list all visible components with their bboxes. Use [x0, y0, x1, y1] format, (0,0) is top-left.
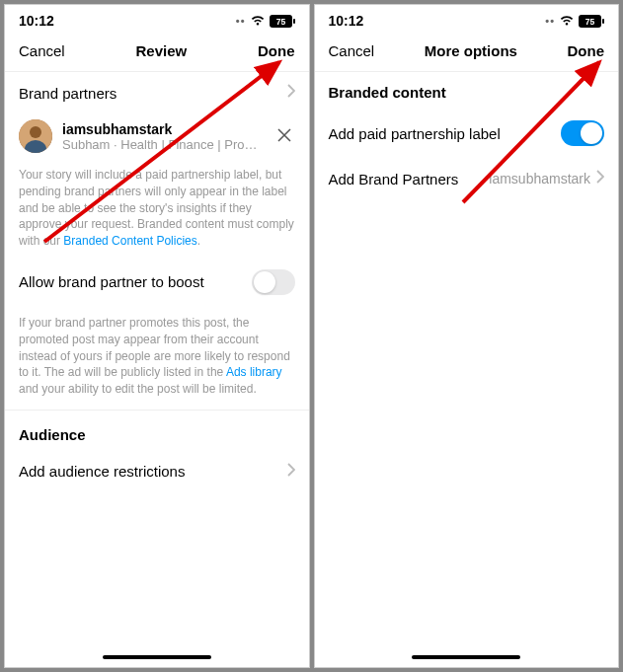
audience-restrictions-row[interactable]: Add audience restrictions [5, 451, 309, 492]
phone-left: 10:12 •• 75 Cancel Review Done Brand par… [4, 4, 310, 668]
nav-bar: Cancel Review Done [5, 33, 309, 72]
page-title: Review [136, 42, 188, 59]
partner-username: iamsubhamstark [62, 121, 264, 137]
audience-header: Audience [5, 411, 309, 451]
chevron-right-icon [287, 463, 295, 481]
cellular-icon: •• [545, 15, 555, 27]
chevron-right-icon [596, 170, 604, 187]
paid-partnership-label: Add paid partnership label [329, 125, 501, 142]
page-title: More options [425, 42, 517, 59]
cancel-button[interactable]: Cancel [19, 42, 65, 59]
chevron-right-icon [287, 84, 295, 102]
remove-partner-button[interactable] [273, 122, 295, 151]
status-bar: 10:12 •• 75 [315, 5, 619, 33]
brand-partners-row[interactable]: Brand partners [5, 72, 309, 113]
partner-subtitle: Subham · Health | Finance | Productivity… [62, 137, 264, 152]
done-button[interactable]: Done [568, 42, 605, 59]
home-indicator[interactable] [412, 655, 520, 659]
boost-description: If your brand partner promotes this post… [5, 307, 309, 406]
cellular-icon: •• [236, 15, 246, 27]
phone-right: 10:12 •• 75 Cancel More options Done Bra… [314, 4, 620, 668]
svg-point-4 [30, 126, 41, 138]
battery-icon: 75 [579, 15, 604, 28]
nav-bar: Cancel More options Done [315, 33, 619, 72]
branded-content-policies-link[interactable]: Branded Content Policies [63, 234, 196, 248]
cancel-button[interactable]: Cancel [329, 42, 375, 59]
paid-partnership-toggle[interactable] [561, 120, 604, 146]
allow-boost-label: Allow brand partner to boost [19, 273, 204, 290]
svg-rect-8 [602, 19, 604, 24]
svg-text:75: 75 [275, 16, 285, 26]
add-brand-partners-row[interactable]: Add Brand Partners iamsubhamstark [315, 158, 619, 199]
status-time: 10:12 [329, 13, 364, 29]
paid-partnership-row: Add paid partnership label [315, 109, 619, 158]
done-button[interactable]: Done [258, 42, 295, 59]
status-bar: 10:12 •• 75 [5, 5, 309, 33]
allow-boost-row: Allow brand partner to boost [5, 258, 309, 307]
partner-item: iamsubhamstark Subham · Health | Finance… [5, 113, 309, 159]
brand-partners-label: Brand partners [19, 85, 117, 102]
audience-restrictions-label: Add audience restrictions [19, 463, 185, 480]
avatar [19, 119, 52, 153]
wifi-icon [559, 15, 575, 27]
content-area: Branded content Add paid partnership lab… [315, 72, 619, 649]
ads-library-link[interactable]: Ads library [226, 365, 282, 379]
branded-content-header: Branded content [315, 72, 619, 109]
svg-text:75: 75 [585, 16, 595, 26]
wifi-icon [250, 15, 266, 27]
content-area: Brand partners iamsubhamstark Subham · H… [5, 72, 309, 649]
allow-boost-toggle[interactable] [252, 269, 295, 295]
add-brand-partners-value: iamsubhamstark [489, 171, 590, 187]
status-time: 10:12 [19, 13, 54, 29]
svg-rect-1 [293, 19, 295, 24]
story-description: Your story will include a paid partnersh… [5, 159, 309, 258]
home-indicator[interactable] [103, 655, 211, 659]
add-brand-partners-label: Add Brand Partners [329, 171, 459, 187]
battery-icon: 75 [270, 15, 295, 28]
